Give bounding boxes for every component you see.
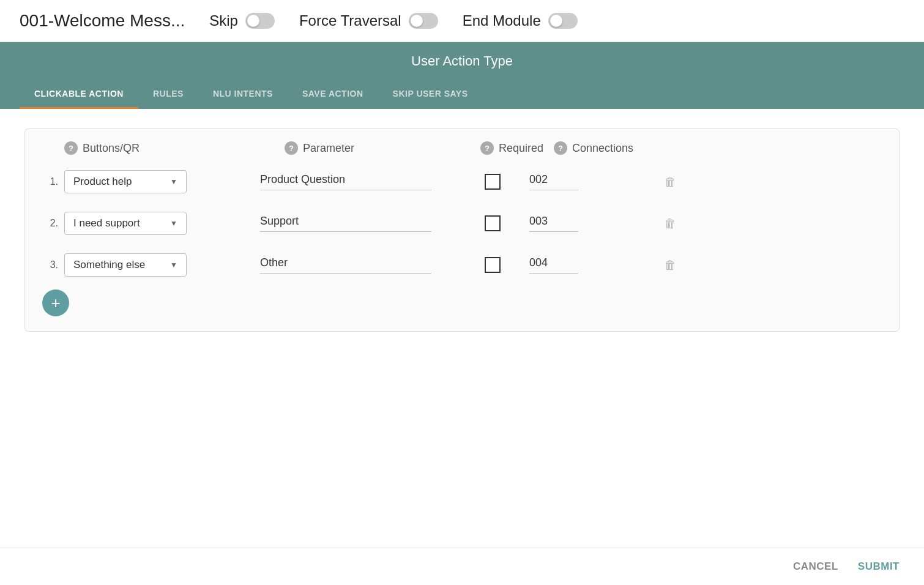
- delete-cell-3: 🗑: [652, 258, 688, 272]
- parameter-cell-2: Support: [260, 215, 431, 232]
- button-dropdown-1[interactable]: Product help ▼: [64, 170, 187, 193]
- button-dropdown-2[interactable]: I need support ▼: [64, 212, 187, 235]
- force-traversal-label: Force Traversal: [299, 12, 401, 29]
- tabs-bar: CLICKABLE ACTION RULES NLU INTENTS SAVE …: [0, 80, 924, 109]
- table-row: 2. I need support ▼ Support 003 🗑: [40, 206, 884, 240]
- buttons-qr-help-icon[interactable]: ?: [64, 141, 78, 155]
- button-dropdown-3[interactable]: Something else ▼: [64, 253, 187, 277]
- top-bar: 001-Welcome Mess... Skip Force Traversal…: [0, 0, 924, 42]
- tab-rules[interactable]: RULES: [138, 80, 198, 109]
- col-header-buttons-qr: ? Buttons/QR: [64, 141, 285, 155]
- end-module-label: End Module: [463, 12, 541, 29]
- section-header: User Action Type: [0, 42, 924, 80]
- skip-toggle[interactable]: [245, 13, 275, 29]
- end-module-toggle[interactable]: [548, 13, 578, 29]
- dropdown-arrow-1: ▼: [170, 177, 177, 186]
- footer: CANCEL SUBMIT: [0, 548, 924, 585]
- required-checkbox-3[interactable]: [485, 257, 501, 273]
- connection-cell-3: 004: [529, 256, 578, 274]
- skip-toggle-group: Skip: [209, 12, 275, 29]
- delete-cell-1: 🗑: [652, 175, 688, 189]
- delete-icon-3[interactable]: 🗑: [664, 258, 676, 272]
- cancel-button[interactable]: CANCEL: [793, 561, 838, 573]
- delete-icon-2[interactable]: 🗑: [664, 217, 676, 231]
- force-traversal-toggle[interactable]: [409, 13, 438, 29]
- col-header-parameter: ? Parameter: [285, 141, 480, 155]
- tab-clickable-action[interactable]: CLICKABLE ACTION: [20, 80, 138, 109]
- table-container: ? Buttons/QR ? Parameter ? Required ? Co…: [24, 129, 900, 332]
- connection-cell-1: 002: [529, 173, 578, 190]
- required-checkbox-2[interactable]: [485, 215, 501, 231]
- required-cell-1: [456, 174, 529, 190]
- page-title: 001-Welcome Mess...: [20, 11, 185, 31]
- connection-cell-2: 003: [529, 215, 578, 232]
- required-help-icon[interactable]: ?: [480, 141, 494, 155]
- col-header-required: ? Required: [480, 141, 554, 155]
- submit-button[interactable]: SUBMIT: [858, 561, 900, 573]
- tab-nlu-intents[interactable]: NLU INTENTS: [198, 80, 288, 109]
- required-cell-3: [456, 257, 529, 273]
- required-checkbox-1[interactable]: [485, 174, 501, 190]
- tab-save-action[interactable]: SAVE ACTION: [288, 80, 378, 109]
- required-cell-2: [456, 215, 529, 231]
- tab-skip-user-says[interactable]: SKIP USER SAYS: [378, 80, 483, 109]
- delete-cell-2: 🗑: [652, 217, 688, 231]
- main-content: ? Buttons/QR ? Parameter ? Required ? Co…: [0, 109, 924, 351]
- row-number-2: 2.: [40, 218, 64, 229]
- parameter-cell-1: Product Question: [260, 173, 431, 190]
- table-row: 1. Product help ▼ Product Question 002 🗑: [40, 165, 884, 199]
- end-module-toggle-group: End Module: [463, 12, 578, 29]
- add-row-button[interactable]: +: [42, 289, 69, 316]
- table-row: 3. Something else ▼ Other 004 🗑: [40, 248, 884, 282]
- col-header-connections: ? Connections: [554, 141, 676, 155]
- force-traversal-toggle-group: Force Traversal: [299, 12, 438, 29]
- delete-icon-1[interactable]: 🗑: [664, 175, 676, 189]
- row-number-3: 3.: [40, 259, 64, 270]
- parameter-cell-3: Other: [260, 256, 431, 274]
- dropdown-arrow-3: ▼: [170, 261, 177, 269]
- dropdown-arrow-2: ▼: [170, 219, 177, 228]
- parameter-help-icon[interactable]: ?: [285, 141, 298, 155]
- skip-label: Skip: [209, 12, 238, 29]
- connections-help-icon[interactable]: ?: [554, 141, 567, 155]
- column-headers: ? Buttons/QR ? Parameter ? Required ? Co…: [40, 141, 884, 155]
- row-number-1: 1.: [40, 176, 64, 187]
